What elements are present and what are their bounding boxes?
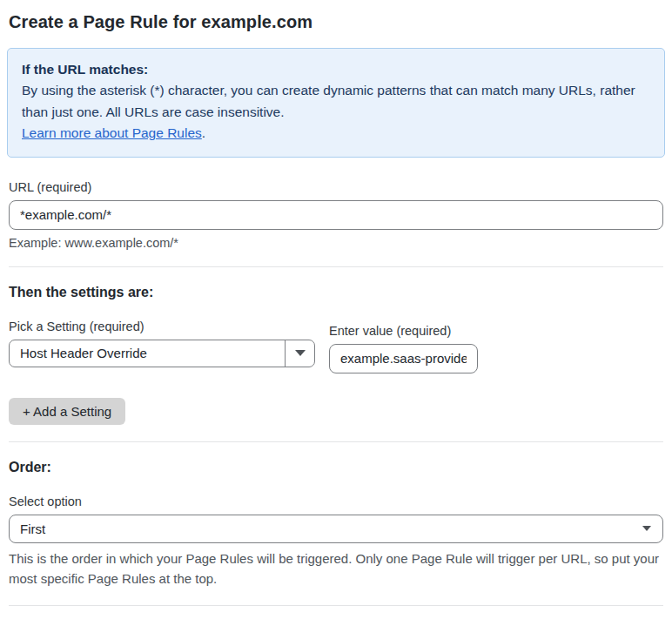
setting-picker-arrow-section[interactable] — [285, 340, 314, 367]
chevron-down-icon — [295, 350, 306, 356]
setting-picker-select[interactable]: Host Header Override — [9, 340, 315, 367]
chevron-down-icon — [642, 526, 651, 531]
page-title: Create a Page Rule for example.com — [9, 12, 663, 32]
add-setting-button[interactable]: + Add a Setting — [9, 398, 125, 425]
settings-section-heading: Then the settings are: — [9, 285, 663, 300]
info-box-body: By using the asterisk (*) character, you… — [22, 80, 650, 123]
url-match-info-box: If the URL matches: By using the asteris… — [7, 48, 665, 158]
url-example-helper: Example: www.example.com/* — [9, 236, 663, 250]
order-selected-value: First — [10, 515, 631, 542]
link-suffix: . — [202, 125, 205, 140]
url-field-label: URL (required) — [9, 180, 663, 194]
order-select-label: Select option — [9, 495, 663, 508]
order-section-heading: Order: — [9, 460, 663, 475]
setting-picker-label: Pick a Setting (required) — [9, 320, 315, 333]
divider — [9, 266, 663, 267]
info-box-link-line: Learn more about Page Rules. — [22, 123, 650, 144]
settings-row: Pick a Setting (required) Host Header Ov… — [9, 320, 663, 373]
setting-picker-selected-value: Host Header Override — [10, 340, 285, 367]
create-page-rule-form: Create a Page Rule for example.com If th… — [0, 0, 672, 619]
info-box-heading: If the URL matches: — [22, 59, 650, 80]
order-select-arrow — [631, 515, 662, 542]
divider — [9, 605, 663, 606]
setting-value-column: Enter value (required) — [329, 320, 478, 373]
setting-value-input[interactable] — [329, 344, 478, 373]
divider — [9, 441, 663, 442]
url-input[interactable] — [9, 200, 663, 230]
learn-more-link[interactable]: Learn more about Page Rules — [22, 125, 202, 140]
setting-picker-column: Pick a Setting (required) Host Header Ov… — [9, 320, 315, 367]
order-select[interactable]: First — [9, 515, 663, 543]
setting-value-label: Enter value (required) — [329, 324, 478, 338]
order-helper-text: This is the order in which your Page Rul… — [9, 548, 660, 589]
